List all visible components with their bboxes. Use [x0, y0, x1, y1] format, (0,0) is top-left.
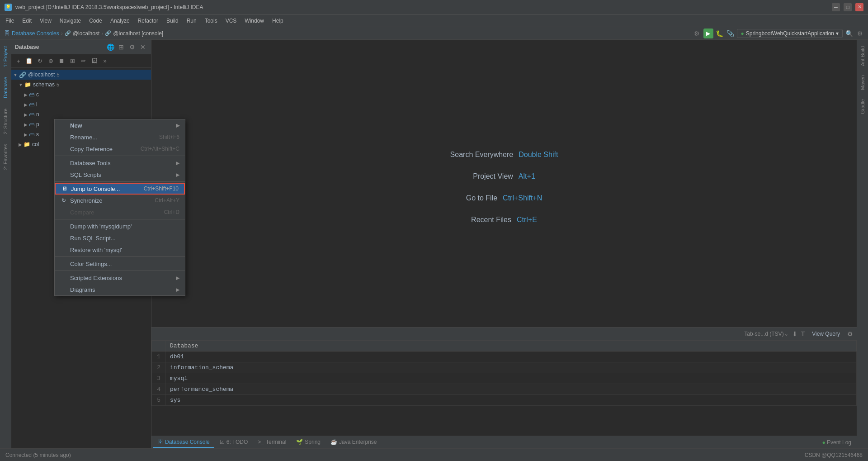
filter-result-btn[interactable]: T: [801, 330, 805, 337]
result-table-container[interactable]: Database 1db012information_schema3mysql4…: [151, 340, 857, 436]
db-edit-btn[interactable]: ✏: [78, 56, 88, 66]
event-log-btn[interactable]: ● Event Log: [818, 438, 855, 447]
menu-refactor[interactable]: Refactor: [134, 16, 162, 25]
tab-terminal[interactable]: >_ Terminal: [253, 437, 291, 448]
db-settings-btn[interactable]: ⚙: [127, 43, 137, 52]
db-pic-btn[interactable]: 🖼: [89, 56, 99, 66]
settings-main-btn[interactable]: ⚙: [855, 29, 864, 38]
tree-schemas[interactable]: ▼ 📁 schemas 5: [11, 80, 151, 90]
new-icon: [60, 122, 67, 129]
db-copy-btn[interactable]: 📋: [24, 56, 34, 66]
schema-i-icon: 🗃: [29, 101, 34, 108]
ctx-diagrams[interactable]: Diagrams ▶: [55, 284, 185, 295]
db-add-btn[interactable]: ＋: [13, 56, 23, 66]
db-stop-btn[interactable]: ⏹: [57, 56, 66, 66]
breadcrumb-db-consoles[interactable]: Database Consoles: [12, 30, 59, 37]
settings-toolbar-btn[interactable]: ⚙: [693, 29, 702, 38]
goto-key: Ctrl+Shift+N: [503, 194, 542, 202]
run-button[interactable]: ▶: [703, 29, 713, 38]
event-log-indicator: ●: [822, 439, 825, 446]
ctx-dump[interactable]: Dump with 'mysqldump': [55, 220, 185, 232]
db-layout-btn[interactable]: ⊞: [117, 43, 126, 52]
db-filter-btn[interactable]: ⊛: [46, 56, 56, 66]
ctx-copy-reference[interactable]: Copy Reference Ctrl+Alt+Shift+C: [55, 143, 185, 155]
ctx-scripted-extensions[interactable]: Scripted Extensions ▶: [55, 272, 185, 284]
schema-p-label: p: [36, 121, 39, 128]
tree-schema-i[interactable]: ▶ 🗃 i: [11, 100, 151, 109]
tab-java-enterprise[interactable]: ☕ Java Enterprise: [326, 437, 381, 448]
run-config-dropdown[interactable]: ● SpringbootWebQuickstartApplication ▾: [737, 29, 843, 38]
bc-separator-1: ›: [61, 30, 63, 37]
table-row: 2information_schema: [152, 362, 857, 373]
ctx-sql-scripts[interactable]: SQL Scripts ▶: [55, 169, 185, 181]
spring-tab-label: Spring: [305, 439, 321, 445]
copy-ref-icon: [60, 145, 67, 152]
db-console-tab-icon: 🗄: [158, 439, 163, 445]
db-more-btn[interactable]: »: [100, 56, 110, 66]
menu-build[interactable]: Build: [163, 16, 182, 25]
menu-window[interactable]: Window: [241, 16, 268, 25]
sidebar-tab-database[interactable]: Database: [1, 72, 10, 103]
attach-button[interactable]: 📎: [726, 29, 735, 38]
menu-tools[interactable]: Tools: [201, 16, 221, 25]
bottom-tabs: 🗄 Database Console ☑ 6: TODO >_ Terminal…: [151, 436, 857, 448]
tree-localhost[interactable]: ▼ 🔗 @localhost 5: [11, 70, 151, 80]
sidebar-tab-favorites[interactable]: 2: Favorites: [1, 139, 10, 174]
ctx-color-settings[interactable]: Color Settings...: [55, 258, 185, 270]
db-grid-btn[interactable]: ⊞: [67, 56, 77, 66]
jump-console-shortcut: Ctrl+Shift+F10: [144, 185, 179, 192]
menu-help[interactable]: Help: [269, 16, 287, 25]
table-row: 5sys: [152, 395, 857, 406]
db-toolbar: ＋ 📋 ↻ ⊛ ⏹ ⊞ ✏ 🖼 »: [11, 54, 151, 68]
db-close-btn[interactable]: ✕: [138, 43, 147, 52]
status-csdn: CSDN @QQ121546468: [805, 452, 863, 458]
ctx-rename[interactable]: Rename... Shift+F6: [55, 131, 185, 143]
app-icon: 💡: [5, 4, 12, 11]
menu-run[interactable]: Run: [183, 16, 200, 25]
ctx-database-tools[interactable]: Database Tools ▶: [55, 157, 185, 169]
maximize-button[interactable]: □: [844, 3, 852, 11]
ctx-run-sql[interactable]: Run SQL Script...: [55, 232, 185, 244]
sidebar-tab-structure[interactable]: 2: Structure: [1, 104, 10, 139]
ctx-new[interactable]: New ▶: [55, 119, 185, 131]
table-row: 1db01: [152, 352, 857, 362]
right-tab-maven[interactable]: Maven: [858, 71, 867, 95]
menu-file[interactable]: File: [2, 16, 18, 25]
shortcut-recent: Recent Files Ctrl+E: [471, 216, 537, 224]
menu-view[interactable]: View: [36, 16, 55, 25]
tree-schema-n[interactable]: ▶ 🗃 n: [11, 109, 151, 119]
debug-button[interactable]: 🐛: [715, 29, 724, 38]
search-key: Double Shift: [519, 151, 558, 159]
db-globe-btn[interactable]: 🌐: [106, 43, 115, 52]
right-tab-ant[interactable]: Ant Build: [858, 42, 867, 71]
tab-separator-selector[interactable]: Tab-se...d (TSV)⌄: [744, 331, 788, 337]
ctx-jump-to-console[interactable]: 🖥 Jump to Console... Ctrl+Shift+F10: [55, 183, 185, 195]
db-refresh-btn[interactable]: ↻: [35, 56, 45, 66]
tab-database-console[interactable]: 🗄 Database Console: [153, 437, 214, 448]
minimize-button[interactable]: ─: [832, 3, 840, 11]
ctx-restore[interactable]: Restore with 'mysql': [55, 244, 185, 256]
tab-todo[interactable]: ☑ 6: TODO: [215, 437, 253, 448]
ctx-synchronize[interactable]: ↻ Synchronize Ctrl+Alt+Y: [55, 195, 185, 206]
breadcrumb-console[interactable]: @localhost [console]: [113, 30, 163, 37]
menu-code[interactable]: Code: [85, 16, 106, 25]
close-button[interactable]: ✕: [855, 3, 863, 11]
tree-schema-c[interactable]: ▶ 🗃 c: [11, 90, 151, 100]
download-btn[interactable]: ⬇: [792, 330, 797, 337]
sidebar-tab-project[interactable]: 1: Project: [1, 42, 10, 71]
breadcrumb-localhost[interactable]: @localhost: [73, 30, 100, 37]
right-tab-gradle[interactable]: Gradle: [858, 95, 867, 119]
menu-analyze[interactable]: Analyze: [107, 16, 133, 25]
search-everywhere-btn[interactable]: 🔍: [844, 29, 854, 38]
col-database-header: Database: [165, 341, 857, 352]
bc-icon-3: 🔗: [105, 30, 111, 36]
tab-spring[interactable]: 🌱 Spring: [292, 437, 325, 448]
menu-navigate[interactable]: Navigate: [56, 16, 85, 25]
result-settings-btn[interactable]: ⚙: [847, 330, 853, 337]
menu-vcs[interactable]: VCS: [222, 16, 241, 25]
recent-label: Recent Files: [471, 216, 511, 224]
menu-edit[interactable]: Edit: [19, 16, 35, 25]
view-query-button[interactable]: View Query: [808, 330, 844, 338]
copy-ref-shortcut: Ctrl+Alt+Shift+C: [141, 146, 179, 152]
shortcut-goto: Go to File Ctrl+Shift+N: [466, 194, 542, 202]
